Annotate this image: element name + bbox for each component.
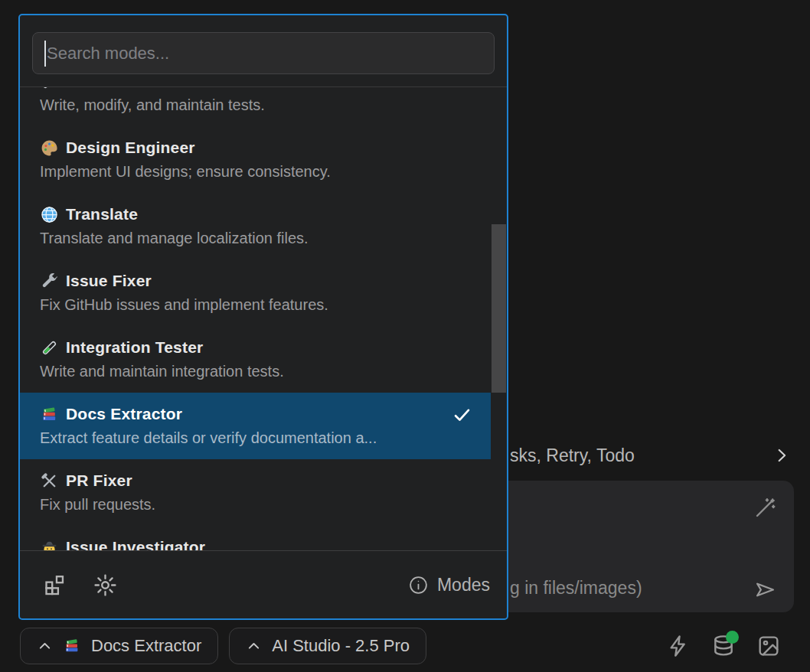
mode-item-title: Issue Investigator xyxy=(40,535,472,550)
mode-item-name: Design Engineer xyxy=(66,139,195,157)
mode-item-description: Fix GitHub issues and implement features… xyxy=(40,293,472,317)
mode-item[interactable]: TranslateTranslate and manage localizati… xyxy=(20,193,491,259)
mode-list: Write, modify, and maintain tests.Design… xyxy=(20,87,507,550)
auto-approve-summary[interactable]: sks, Retry, Todo xyxy=(510,441,792,470)
wrench-icon xyxy=(40,272,59,291)
books-icon xyxy=(63,637,81,655)
scrollbar-thumb[interactable] xyxy=(492,224,506,393)
chat-input-panel[interactable]: g in files/images) xyxy=(459,481,794,612)
mode-item-description: Write and maintain integration tests. xyxy=(40,360,472,383)
chat-input-placeholder: g in files/images) xyxy=(510,578,642,599)
test-tube-icon xyxy=(40,338,59,357)
model-select-button[interactable]: AI Studio - 2.5 Pro xyxy=(229,628,426,664)
chat-action-icons xyxy=(666,634,781,658)
auto-approve-button[interactable] xyxy=(666,634,691,658)
context-button[interactable] xyxy=(711,634,736,658)
mode-item-name: Integration Tester xyxy=(66,338,203,357)
mode-item-name: Issue Fixer xyxy=(66,272,152,290)
mode-item-title: Docs Extractor xyxy=(40,402,472,426)
mode-item[interactable]: Integration TesterWrite and maintain int… xyxy=(20,326,491,393)
mode-select-button[interactable]: Docs Extractor xyxy=(20,628,218,664)
enhance-prompt-button[interactable] xyxy=(753,496,777,520)
detective-icon xyxy=(40,538,59,551)
extensions-icon xyxy=(42,573,67,598)
mode-item-title: Translate xyxy=(40,202,472,227)
chevron-right-icon xyxy=(772,445,792,465)
gear-icon xyxy=(93,573,118,598)
check-icon xyxy=(452,404,472,425)
mode-item[interactable]: Issue Investigator xyxy=(20,526,491,550)
info-icon[interactable] xyxy=(408,575,429,595)
chat-controls-bar: Docs Extractor AI Studio - 2.5 Pro xyxy=(0,626,810,666)
books-icon xyxy=(40,405,59,424)
mode-item[interactable]: Issue FixerFix GitHub issues and impleme… xyxy=(20,259,491,326)
palette-icon xyxy=(40,139,59,158)
mode-item-name: Docs Extractor xyxy=(66,405,182,423)
send-button[interactable] xyxy=(753,578,777,602)
mode-item-title xyxy=(40,87,472,93)
mode-item-description: Extract feature details or verify docume… xyxy=(40,426,472,450)
mode-item-description: Fix pull requests. xyxy=(40,493,472,517)
search-section xyxy=(20,15,507,87)
mode-item-description: Implement UI designs; ensure consistency… xyxy=(40,160,472,184)
auto-approve-text: sks, Retry, Todo xyxy=(510,445,635,466)
popup-footer: Modes xyxy=(20,550,507,618)
mode-item[interactable]: Design EngineerImplement UI designs; ens… xyxy=(20,126,491,193)
search-input[interactable] xyxy=(46,44,482,64)
status-dot xyxy=(726,631,739,644)
test-tube-icon xyxy=(40,87,59,91)
mode-item[interactable]: Docs ExtractorExtract feature details or… xyxy=(20,393,491,459)
app-window: sks, Retry, Todo g in files/images) Writ… xyxy=(0,0,810,672)
search-box[interactable] xyxy=(32,32,495,74)
mode-item-description: Write, modify, and maintain tests. xyxy=(40,93,472,117)
mode-item-title: Integration Tester xyxy=(40,335,472,360)
mode-item-name: Translate xyxy=(66,205,138,223)
chevron-up-icon xyxy=(37,638,53,654)
mode-select-label: Docs Extractor xyxy=(91,636,201,656)
mode-item[interactable]: PR FixerFix pull requests. xyxy=(20,459,491,526)
globe-icon xyxy=(40,205,59,224)
marketplace-button[interactable] xyxy=(42,573,67,598)
mode-item-description: Translate and manage localization files. xyxy=(40,227,472,250)
mode-item[interactable]: Write, modify, and maintain tests. xyxy=(20,87,491,126)
chevron-up-icon xyxy=(246,638,262,654)
mode-item-name: Issue Investigator xyxy=(66,538,205,550)
settings-button[interactable] xyxy=(93,573,118,598)
mode-picker-popup: Write, modify, and maintain tests.Design… xyxy=(18,14,508,620)
model-select-label: AI Studio - 2.5 Pro xyxy=(272,636,410,656)
add-image-button[interactable] xyxy=(756,634,781,658)
lightning-icon xyxy=(666,634,691,658)
mode-item-title: Design Engineer xyxy=(40,135,472,160)
mode-item-title: Issue Fixer xyxy=(40,269,472,293)
hammer-wrench-icon xyxy=(40,471,59,491)
modes-title-text: Modes xyxy=(437,575,490,595)
mode-item-name: PR Fixer xyxy=(66,471,132,490)
modes-title: Modes xyxy=(408,575,490,595)
mode-item-title: PR Fixer xyxy=(40,468,472,493)
image-icon xyxy=(756,634,781,658)
